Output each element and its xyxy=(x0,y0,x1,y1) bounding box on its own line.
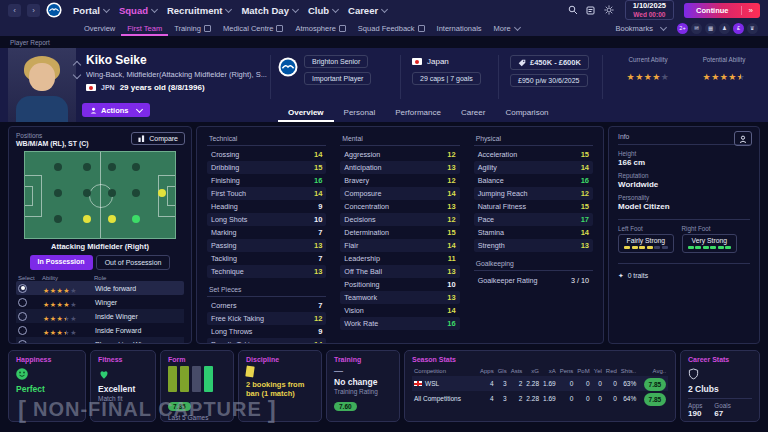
nav-career[interactable]: Career xyxy=(343,5,392,16)
role-radio[interactable] xyxy=(18,284,27,293)
back-button[interactable]: ‹ xyxy=(8,4,21,17)
subnav-more[interactable]: More xyxy=(488,20,526,36)
attribute-value: 12 xyxy=(447,176,455,185)
subnav-atmosphere[interactable]: Atmosphere xyxy=(289,20,351,36)
career-stats-card[interactable]: Career Stats 2 Clubs Apps190 Goals67 xyxy=(680,350,760,422)
mail-icon[interactable]: ✉ xyxy=(691,23,702,34)
height-value: 166 cm xyxy=(618,158,750,167)
role-radio[interactable] xyxy=(18,312,27,321)
star-icon: ★ xyxy=(720,72,729,82)
role-row[interactable]: ★★★★★Playmaking Winger xyxy=(16,337,184,344)
in-possession-toggle[interactable]: In Possession xyxy=(30,255,93,270)
column-header: Avg.. xyxy=(638,366,668,376)
competition-cell: WSL xyxy=(412,376,478,391)
role-radio[interactable] xyxy=(18,340,27,345)
subnav-internationals[interactable]: Internationals xyxy=(431,20,488,36)
gear-icon[interactable] xyxy=(603,4,615,16)
column-header: xA xyxy=(541,366,558,376)
squad-icon[interactable]: ▦ xyxy=(705,23,716,34)
foot-strength-segment xyxy=(624,246,630,249)
attribute-name: Jumping Reach xyxy=(478,189,528,198)
bookmarks-button[interactable]: Bookmarks xyxy=(615,24,666,33)
player-positions: Wing-Back, Midfielder(Attacking Midfield… xyxy=(86,70,271,79)
role-radio[interactable] xyxy=(18,298,27,307)
attribute-value: 15 xyxy=(581,202,589,211)
actions-button[interactable]: Actions xyxy=(82,103,150,117)
stat-cell: 1.69 xyxy=(541,391,558,406)
training-card[interactable]: Training — No change Training Rating 7.6… xyxy=(326,350,400,422)
attribute-value: 12 xyxy=(447,150,455,159)
subnav-label: Training xyxy=(174,24,201,33)
role-radio[interactable] xyxy=(18,326,27,335)
subnav-training[interactable]: Training xyxy=(168,20,217,36)
nation-name: Japan xyxy=(427,57,449,66)
club-crest-icon xyxy=(46,2,62,18)
position-dot xyxy=(132,163,140,171)
attributes-panel: Technical Crossing14Dribbling15Finishing… xyxy=(196,126,604,344)
continue-button[interactable]: Continue » xyxy=(684,3,760,18)
role-row[interactable]: ★★★★★Inside Winger xyxy=(16,309,184,323)
shield-icon xyxy=(688,368,699,380)
subnav-first-team[interactable]: First Team xyxy=(121,20,168,36)
fitness-card[interactable]: Fitness Excellent Match fit xyxy=(90,350,156,422)
attribute-row: Determination15 xyxy=(340,226,459,239)
subnav-squad-feedback[interactable]: Squad Feedback xyxy=(352,20,431,36)
subnav-medical-centre[interactable]: Medical Centre xyxy=(217,20,289,36)
compare-button[interactable]: Compare xyxy=(131,132,185,145)
attribute-name: Tackling xyxy=(211,254,237,263)
competitions-icon[interactable]: ♛ xyxy=(747,23,758,34)
finances-icon[interactable]: £ xyxy=(733,23,744,34)
external-link-icon xyxy=(276,25,283,32)
notes-icon[interactable] xyxy=(585,4,597,16)
discipline-card[interactable]: Discipline 2 bookings from ban (1 match) xyxy=(238,350,322,422)
attribute-name: Aggression xyxy=(344,150,380,159)
person-icon xyxy=(90,107,97,114)
player-header: Kiko Seike Wing-Back, Midfielder(Attacki… xyxy=(0,48,768,122)
season-stats-card[interactable]: Season Stats CompetitionAppsGlsAstsxGxAP… xyxy=(404,350,676,422)
tactics-icon[interactable]: ♟ xyxy=(719,23,730,34)
role-row[interactable]: ★★★★★Wide forward xyxy=(16,281,184,295)
attribute-row: Work Rate16 xyxy=(340,317,459,330)
happiness-card[interactable]: Happiness Perfect xyxy=(8,350,86,422)
nav-match-day[interactable]: Match Day xyxy=(236,5,303,16)
traits-row[interactable]: ✦ 0 traits xyxy=(618,263,750,280)
position-dot xyxy=(83,215,91,223)
technical-column: Technical Crossing14Dribbling15Finishing… xyxy=(207,132,326,344)
role-row[interactable]: ★★★★★Inside Forward xyxy=(16,323,184,337)
notifications-icon[interactable]: 2+ xyxy=(677,23,688,34)
tab-comparison[interactable]: Comparison xyxy=(495,104,558,122)
tab-overview[interactable]: Overview xyxy=(278,104,334,122)
role-row[interactable]: ★★★★★Winger xyxy=(16,295,184,309)
nav-portal[interactable]: Portal xyxy=(68,5,114,16)
player-nationality-age: JPN 29 years old (8/8/1996) xyxy=(86,83,205,92)
search-icon[interactable] xyxy=(567,4,579,16)
tab-performance[interactable]: Performance xyxy=(385,104,451,122)
form-card[interactable]: Form 7.85 Last 5 Games xyxy=(160,350,234,422)
out-of-possession-toggle[interactable]: Out of Possession xyxy=(96,255,171,270)
chevron-down-icon xyxy=(660,23,667,30)
attribute-row: Stamina14 xyxy=(474,226,593,239)
role-name: Inside Winger xyxy=(95,313,138,320)
attribute-name: Determination xyxy=(344,228,389,237)
club-chip[interactable]: Brighton Senior xyxy=(304,55,368,68)
attribute-value: 16 xyxy=(581,176,589,185)
attribute-value: 13 xyxy=(447,267,455,276)
fast-forward-icon[interactable]: » xyxy=(741,6,760,15)
attribute-row: Marking7 xyxy=(207,226,326,239)
forward-button[interactable]: › xyxy=(27,4,40,17)
subnav-overview[interactable]: Overview xyxy=(78,20,121,36)
position-dot xyxy=(54,163,62,171)
profile-icon[interactable] xyxy=(734,131,752,146)
attribute-value: 9 xyxy=(318,327,322,336)
form-sub: Last 5 Games xyxy=(168,414,226,421)
nav-club[interactable]: Club xyxy=(303,5,343,16)
nav-recruitment[interactable]: Recruitment xyxy=(162,5,236,16)
star-icon: ★ xyxy=(63,343,70,344)
player-next-icon[interactable] xyxy=(73,71,81,79)
tab-personal[interactable]: Personal xyxy=(334,104,386,122)
tab-career[interactable]: Career xyxy=(451,104,495,122)
star-icon: ★ xyxy=(627,72,636,82)
player-prev-icon[interactable] xyxy=(73,61,81,69)
attribute-value: 17 xyxy=(581,215,589,224)
nav-squad[interactable]: Squad xyxy=(114,5,162,16)
